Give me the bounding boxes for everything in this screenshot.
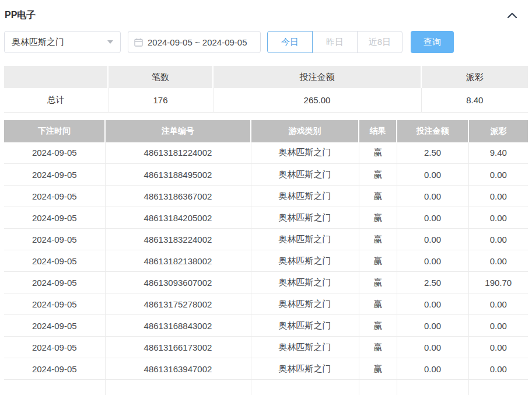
- cell-empty: [468, 380, 528, 395]
- col-header-payout: 派彩: [468, 120, 528, 142]
- cell-bet-id: 48613168843002: [105, 315, 251, 337]
- cell-game-type: 奥林匹斯之门: [251, 207, 359, 229]
- cell-bet-id: 48613166173002: [105, 337, 251, 358]
- summary-total-bet-amount: 265.00: [213, 88, 421, 112]
- table-row: 2024-09-0548613166173002奥林匹斯之门赢0.000.00: [4, 337, 528, 358]
- cell-result: 赢: [359, 164, 397, 186]
- chevron-down-icon: [107, 40, 113, 44]
- cell-bet-id: 48613093607002: [105, 272, 251, 293]
- cell-empty: [251, 380, 359, 395]
- cell-game-type: 奥林匹斯之门: [251, 229, 359, 250]
- table-row: 2024-09-0548613181224002奥林匹斯之门赢2.509.40: [4, 142, 528, 164]
- cell-empty: [4, 380, 105, 395]
- cell-bet-time: 2024-09-05: [4, 229, 105, 250]
- cell-bet-id: 48613181224002: [105, 142, 251, 164]
- summary-table: 笔数 投注金额 派彩 总计 176 265.00 8.40: [4, 66, 528, 113]
- col-header-bet-time: 下注时间: [4, 120, 105, 142]
- cell-game-type: 奥林匹斯之门: [251, 250, 359, 272]
- cell-result: 赢: [359, 293, 397, 315]
- cell-bet-amount: 0.00: [397, 207, 468, 229]
- cell-bet-id: 48613182138002: [105, 250, 251, 272]
- cell-payout: 0.00: [468, 250, 528, 272]
- cell-bet-amount: 0.00: [397, 250, 468, 272]
- summary-total-count: 176: [108, 88, 213, 112]
- last-8-days-button[interactable]: 近8日: [357, 31, 402, 53]
- table-row: 2024-09-0548613175278002奥林匹斯之门赢0.000.00: [4, 293, 528, 315]
- chevron-up-icon: [508, 12, 517, 18]
- cell-result: 赢: [359, 315, 397, 337]
- cell-bet-amount: 0.00: [397, 315, 468, 337]
- summary-header-count: 笔数: [108, 66, 213, 88]
- cell-game-type: 奥林匹斯之门: [251, 142, 359, 164]
- cell-bet-time: 2024-09-05: [4, 272, 105, 293]
- cell-bet-id: 48613188495002: [105, 164, 251, 186]
- cell-bet-amount: 0.00: [397, 164, 468, 186]
- cell-payout: 0.00: [468, 229, 528, 250]
- summary-header-empty: [4, 66, 108, 88]
- summary-total-payout: 8.40: [421, 88, 528, 112]
- cell-bet-amount: 0.00: [397, 186, 468, 207]
- cell-bet-time: 2024-09-05: [4, 337, 105, 358]
- cell-result: 赢: [359, 337, 397, 358]
- pp-dianzi-panel: PP电子 奥林匹斯之门 2024-09-05 ~ 2024-09-05 今日 昨…: [0, 0, 532, 395]
- table-row: 2024-09-0548613186367002奥林匹斯之门赢0.000.00: [4, 186, 528, 207]
- cell-result: 赢: [359, 358, 397, 380]
- cell-game-type: 奥林匹斯之门: [251, 272, 359, 293]
- bet-table: 下注时间 注单编号 游戏类别 结果 投注金额 派彩 2024-09-054861…: [4, 120, 528, 395]
- cell-empty: [105, 380, 251, 395]
- cell-payout: 0.00: [468, 186, 528, 207]
- date-range-picker[interactable]: 2024-09-05 ~ 2024-09-05: [128, 31, 261, 53]
- cell-bet-time: 2024-09-05: [4, 207, 105, 229]
- table-row: 2024-09-0548613093607002奥林匹斯之门赢2.50190.7…: [4, 272, 528, 293]
- cell-bet-id: 48613163947002: [105, 358, 251, 380]
- bet-table-body: 2024-09-0548613181224002奥林匹斯之门赢2.509.402…: [4, 142, 528, 395]
- cell-bet-time: 2024-09-05: [4, 186, 105, 207]
- cell-bet-time: 2024-09-05: [4, 315, 105, 337]
- cell-payout: 0.00: [468, 164, 528, 186]
- filter-toolbar: 奥林匹斯之门 2024-09-05 ~ 2024-09-05 今日 昨日 近8日…: [4, 31, 528, 53]
- table-row-clipped: [4, 380, 528, 395]
- cell-empty: [359, 380, 397, 395]
- cell-bet-time: 2024-09-05: [4, 164, 105, 186]
- cell-result: 赢: [359, 272, 397, 293]
- cell-payout: 190.70: [468, 272, 528, 293]
- summary-total-label: 总计: [4, 88, 108, 112]
- today-button[interactable]: 今日: [267, 31, 313, 53]
- cell-bet-id: 48613186367002: [105, 186, 251, 207]
- cell-bet-time: 2024-09-05: [4, 293, 105, 315]
- cell-game-type: 奥林匹斯之门: [251, 164, 359, 186]
- game-select[interactable]: 奥林匹斯之门: [4, 31, 121, 53]
- yesterday-button[interactable]: 昨日: [312, 31, 358, 53]
- cell-result: 赢: [359, 186, 397, 207]
- cell-bet-time: 2024-09-05: [4, 358, 105, 380]
- cell-result: 赢: [359, 142, 397, 164]
- cell-game-type: 奥林匹斯之门: [251, 186, 359, 207]
- cell-payout: 0.00: [468, 207, 528, 229]
- table-row: 2024-09-0548613188495002奥林匹斯之门赢0.000.00: [4, 164, 528, 186]
- cell-game-type: 奥林匹斯之门: [251, 315, 359, 337]
- cell-payout: 0.00: [468, 293, 528, 315]
- summary-total-row: 总计 176 265.00 8.40: [4, 88, 528, 112]
- collapse-panel-button[interactable]: [504, 10, 520, 21]
- summary-header-payout: 派彩: [421, 66, 528, 88]
- query-button[interactable]: 查询: [411, 31, 454, 53]
- col-header-result: 结果: [359, 120, 397, 142]
- col-header-game-type: 游戏类别: [251, 120, 359, 142]
- cell-bet-amount: 0.00: [397, 337, 468, 358]
- cell-bet-amount: 2.50: [397, 272, 468, 293]
- col-header-bet-amount: 投注金额: [397, 120, 468, 142]
- cell-game-type: 奥林匹斯之门: [251, 358, 359, 380]
- cell-empty: [397, 380, 468, 395]
- cell-bet-time: 2024-09-05: [4, 142, 105, 164]
- cell-payout: 0.00: [468, 315, 528, 337]
- col-header-bet-id: 注单编号: [105, 120, 251, 142]
- table-row: 2024-09-0548613168843002奥林匹斯之门赢0.000.00: [4, 315, 528, 337]
- panel-header: PP电子: [4, 0, 528, 26]
- cell-bet-amount: 0.00: [397, 229, 468, 250]
- cell-result: 赢: [359, 250, 397, 272]
- table-row: 2024-09-0548613163947002奥林匹斯之门赢0.000.00: [4, 358, 528, 380]
- cell-bet-amount: 2.50: [397, 142, 468, 164]
- table-row: 2024-09-0548613183224002奥林匹斯之门赢0.000.00: [4, 229, 528, 250]
- cell-game-type: 奥林匹斯之门: [251, 293, 359, 315]
- summary-header-row: 笔数 投注金额 派彩: [4, 66, 528, 88]
